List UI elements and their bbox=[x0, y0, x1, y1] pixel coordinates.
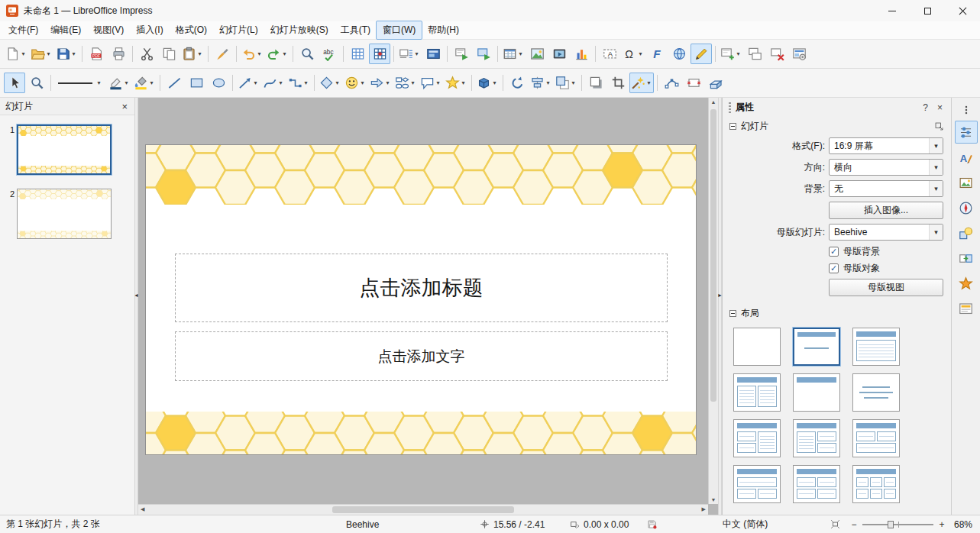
status-language[interactable]: 中文 (简体) bbox=[667, 515, 823, 533]
sidebar-tab-shapes[interactable] bbox=[955, 221, 978, 244]
connectors-picker-dropdown-icon[interactable]: ▾ bbox=[302, 79, 309, 86]
arrange-picker[interactable]: ▾ bbox=[554, 73, 578, 93]
new-slide-button[interactable]: ▾ bbox=[719, 44, 743, 64]
insert-image-toolbar-button[interactable] bbox=[526, 44, 548, 64]
fill-color-picker[interactable]: ▾ bbox=[132, 73, 157, 93]
block-arrows-picker[interactable]: ▾ bbox=[368, 73, 393, 93]
print-button[interactable] bbox=[108, 44, 129, 64]
undo-button[interactable]: ▾ bbox=[240, 44, 264, 64]
menu-item-tools[interactable]: 工具(T) bbox=[335, 21, 377, 39]
zoom-out-button[interactable]: − bbox=[849, 519, 859, 530]
spelling-button[interactable] bbox=[319, 44, 340, 64]
crop-image-button[interactable] bbox=[607, 73, 629, 93]
flowchart-picker-dropdown-icon[interactable]: ▾ bbox=[409, 79, 416, 86]
panel-close-icon[interactable]: × bbox=[935, 102, 945, 113]
insert-table-button-dropdown-icon[interactable]: ▾ bbox=[517, 50, 524, 57]
flowchart-picker[interactable]: ▾ bbox=[393, 73, 418, 93]
cut-button[interactable] bbox=[136, 44, 157, 64]
fontwork-button[interactable] bbox=[646, 44, 668, 64]
layout-option-4[interactable] bbox=[733, 373, 781, 412]
slide-canvas[interactable]: 点击添加标题 点击添加文字 bbox=[146, 145, 696, 454]
undo-button-dropdown-icon[interactable]: ▾ bbox=[256, 50, 263, 57]
slide-properties-button[interactable] bbox=[788, 44, 810, 64]
menu-item-window[interactable]: 窗口(W) bbox=[377, 21, 422, 39]
format-select-arrow-icon[interactable]: ▾ bbox=[929, 138, 943, 153]
sidebar-tab-styles[interactable] bbox=[955, 146, 978, 169]
background-select[interactable]: 无 ▾ bbox=[829, 180, 943, 197]
save-button[interactable]: ▾ bbox=[54, 44, 79, 64]
layout-option-12[interactable] bbox=[852, 465, 900, 503]
orientation-select-arrow-icon[interactable]: ▾ bbox=[929, 160, 943, 175]
clone-formatting-button[interactable] bbox=[212, 44, 233, 64]
curves-polygons-picker[interactable]: ▾ bbox=[261, 73, 286, 93]
open-button[interactable]: ▾ bbox=[29, 44, 53, 64]
slides-panel-close-icon[interactable]: × bbox=[120, 101, 129, 112]
3d-objects-picker[interactable]: ▾ bbox=[475, 73, 500, 93]
collapse-right-icon[interactable]: ► bbox=[717, 292, 723, 298]
open-button-dropdown-icon[interactable]: ▾ bbox=[45, 50, 52, 57]
curves-polygons-picker-dropdown-icon[interactable]: ▾ bbox=[277, 79, 284, 86]
scroll-up-icon[interactable]: ▲ bbox=[709, 99, 718, 105]
zoom-slider[interactable] bbox=[862, 524, 933, 525]
display-views-button-dropdown-icon[interactable]: ▾ bbox=[413, 50, 420, 57]
lines-and-arrows-picker[interactable]: ▾ bbox=[236, 73, 260, 93]
align-objects-picker[interactable]: ▾ bbox=[529, 73, 553, 93]
panel-help-icon[interactable]: ? bbox=[920, 102, 930, 113]
menu-item-view[interactable]: 视图(V) bbox=[87, 21, 130, 39]
collapse-section-icon[interactable] bbox=[729, 310, 736, 317]
insert-table-button[interactable]: ▾ bbox=[501, 44, 526, 64]
scroll-left-icon[interactable]: ◀ bbox=[141, 506, 144, 512]
new-document-button[interactable]: ▾ bbox=[4, 44, 28, 64]
zoom-tool[interactable] bbox=[26, 73, 47, 93]
layout-option-7[interactable] bbox=[733, 419, 781, 457]
vertical-scroll-thumb[interactable] bbox=[710, 109, 716, 402]
callouts-picker[interactable]: ▾ bbox=[419, 73, 443, 93]
menu-item-slide[interactable]: 幻灯片(L) bbox=[213, 21, 264, 39]
master-slide-select-arrow-icon[interactable]: ▾ bbox=[929, 225, 943, 240]
slide-thumbnail-1[interactable] bbox=[17, 124, 112, 175]
layout-option-8[interactable] bbox=[793, 419, 840, 457]
scroll-down-icon[interactable]: ▼ bbox=[709, 497, 718, 502]
glue-points-button[interactable] bbox=[683, 73, 704, 93]
layout-option-2[interactable] bbox=[793, 328, 840, 366]
layout-option-6[interactable] bbox=[852, 373, 900, 412]
title-placeholder[interactable]: 点击添加标题 bbox=[175, 254, 668, 322]
rectangle-tool[interactable] bbox=[186, 73, 207, 93]
text-placeholder[interactable]: 点击添加文字 bbox=[175, 331, 668, 381]
slide-thumbnail-2[interactable] bbox=[17, 189, 112, 239]
special-character-button-dropdown-icon[interactable]: ▾ bbox=[637, 50, 644, 57]
ellipse-tool[interactable] bbox=[208, 73, 229, 93]
start-from-current-slide-button[interactable] bbox=[473, 44, 494, 64]
layout-option-1[interactable] bbox=[733, 328, 781, 366]
layout-option-10[interactable] bbox=[733, 465, 781, 503]
master-background-checkbox[interactable]: ✓ 母版背景 bbox=[829, 245, 943, 257]
display-views-button[interactable]: ▾ bbox=[397, 44, 422, 64]
fit-slide-button[interactable] bbox=[823, 515, 846, 533]
menu-item-format[interactable]: 格式(O) bbox=[170, 21, 213, 39]
stars-banners-picker[interactable]: ▾ bbox=[444, 73, 468, 93]
close-button[interactable] bbox=[945, 0, 980, 21]
arrange-picker-dropdown-icon[interactable]: ▾ bbox=[570, 79, 577, 86]
line-style-picker[interactable]: ▾ bbox=[54, 73, 106, 93]
slide-section-header[interactable]: 幻灯片 bbox=[723, 118, 951, 134]
menu-item-insert[interactable]: 插入(I) bbox=[130, 21, 169, 39]
shadow-toggle[interactable] bbox=[585, 73, 606, 93]
menu-item-edit[interactable]: 编辑(E) bbox=[44, 21, 87, 39]
scroll-right-icon[interactable]: ▶ bbox=[702, 506, 706, 512]
master-view-button[interactable]: 母版视图 bbox=[829, 279, 943, 296]
save-button-dropdown-icon[interactable]: ▾ bbox=[70, 50, 77, 57]
sidebar-tab-gallery[interactable] bbox=[955, 171, 978, 194]
select-tool[interactable] bbox=[4, 73, 25, 93]
connectors-picker[interactable]: ▾ bbox=[286, 73, 311, 93]
align-objects-picker-dropdown-icon[interactable]: ▾ bbox=[545, 79, 551, 86]
master-slide-select[interactable]: Beehive ▾ bbox=[829, 224, 943, 241]
image-filter-picker-dropdown-icon[interactable]: ▾ bbox=[645, 79, 652, 86]
sidebar-tab-properties[interactable] bbox=[955, 121, 978, 144]
block-arrows-picker-dropdown-icon[interactable]: ▾ bbox=[384, 79, 391, 86]
layout-option-9[interactable] bbox=[852, 419, 900, 457]
line-color-picker[interactable]: ▾ bbox=[107, 73, 131, 93]
zoom-in-button[interactable]: + bbox=[937, 519, 946, 530]
horizontal-scroll-thumb[interactable] bbox=[332, 506, 515, 513]
symbol-shapes-picker-dropdown-icon[interactable]: ▾ bbox=[359, 79, 366, 86]
symbol-shapes-picker[interactable]: ▾ bbox=[343, 73, 367, 93]
